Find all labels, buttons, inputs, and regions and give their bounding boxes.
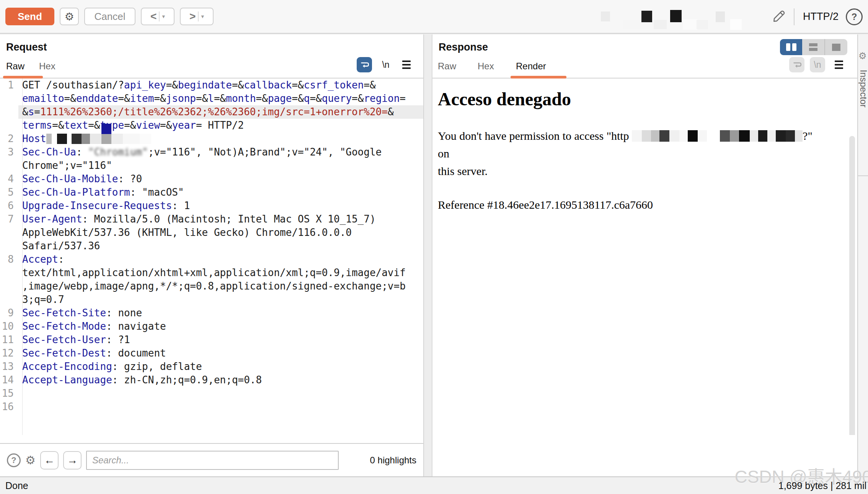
back-button[interactable]: < ▾ [141, 8, 175, 25]
send-settings-button[interactable]: ⚙ [60, 8, 79, 25]
code-token: =& [256, 93, 268, 104]
code-token: Sec-Fetch-Site [22, 307, 106, 319]
request-code-row: emailto=&enddate=&item=&jsonp=&l=&month=… [0, 92, 423, 105]
button-divider [198, 11, 199, 21]
inspector-collapsed-strip[interactable]: ⚙ Inspector [857, 34, 868, 476]
code-token: Host [22, 133, 46, 144]
redaction-block [57, 134, 67, 144]
code-token: = [34, 106, 40, 118]
edit-target-pencil-icon[interactable] [772, 9, 786, 24]
code-token: =& [160, 119, 172, 131]
response-menu-button[interactable] [831, 57, 847, 72]
code-text: text/html,application/xhtml+xml,applicat… [18, 266, 423, 280]
line-number [0, 159, 18, 172]
redaction-block [730, 19, 742, 30]
tab-request-hex[interactable]: Hex [39, 61, 55, 72]
chevron-right-icon: > [189, 10, 196, 23]
code-token: 3;q=0.7 [22, 294, 64, 305]
show-newlines-button[interactable]: \n [378, 57, 393, 72]
request-code-row: Chrome";v="116" [0, 159, 423, 172]
forward-button[interactable]: > ▾ [180, 8, 214, 25]
redaction-block [111, 134, 123, 144]
code-text: Accept-Language: zh-CN,zh;q=0.9,en;q=0.8 [18, 373, 423, 387]
url-redaction [632, 129, 803, 142]
code-token: =& [154, 93, 166, 104]
cancel-button[interactable]: Cancel [84, 8, 135, 25]
request-code-row: 2Host [0, 132, 423, 146]
code-token: Chrome";v="116" [22, 160, 112, 171]
redaction-block [720, 130, 730, 142]
redaction-block [683, 19, 697, 30]
response-render-view: Acceso denegado You don't have permissio… [432, 79, 857, 435]
code-token: item [130, 93, 154, 104]
code-token: year [172, 119, 196, 131]
tab-response-hex[interactable]: Hex [478, 61, 494, 72]
inspector-gear-icon[interactable]: ⚙ [858, 51, 867, 61]
hamburger-menu-icon [402, 61, 411, 69]
redaction-block [707, 130, 720, 142]
redaction-block [101, 124, 111, 134]
newline-icon: \n [814, 60, 821, 70]
code-token: =& [88, 119, 100, 131]
code-text: &s=1111%26%2360;/title%26%2362;%26%2360;… [18, 105, 423, 119]
code-token: =& [364, 79, 375, 91]
render-reference: Reference #18.46ee2e17.1695138117.c6a766… [438, 198, 857, 211]
show-newlines-button-disabled[interactable]: \n [810, 57, 825, 72]
toolbar-divider [794, 8, 795, 25]
chevron-down-icon[interactable]: ▾ [162, 13, 165, 20]
search-input[interactable] [86, 451, 339, 470]
layout-columns-button[interactable] [780, 39, 802, 55]
line-number: 10 [0, 320, 18, 333]
word-wrap-toggle-button-disabled[interactable] [789, 57, 804, 72]
code-token: begindate [178, 79, 232, 91]
line-number: 2 [0, 132, 18, 146]
top-toolbar: Send ⚙ Cancel < ▾ > ▾ HTTP/2 ? [0, 0, 868, 34]
code-token: : navigate [106, 321, 166, 332]
send-button[interactable]: Send [5, 8, 54, 25]
redaction-block [670, 10, 682, 22]
code-token: : none [106, 307, 142, 319]
code-token: region [364, 93, 400, 104]
request-code-row: ,image/webp,image/apng,*/*;q=0.8,applica… [0, 280, 423, 293]
code-text [18, 400, 423, 414]
code-token: s [28, 106, 34, 118]
code-token: =& [292, 93, 304, 104]
request-code-row: 4Sec-Ch-Ua-Mobile: ?0 [0, 172, 423, 186]
code-token: =& [292, 79, 303, 91]
code-text: Sec-Fetch-Dest: document [18, 347, 423, 360]
search-settings-gear-icon[interactable]: ⚙ [25, 453, 36, 467]
search-help-icon[interactable]: ? [7, 453, 21, 467]
line-number: 9 [0, 306, 18, 320]
search-next-button[interactable]: → [63, 451, 82, 469]
line-number: 16 [0, 400, 18, 414]
redaction-block [67, 134, 72, 144]
line-number: 5 [0, 186, 18, 199]
search-prev-button[interactable]: ← [40, 451, 59, 469]
tab-request-raw[interactable]: Raw [6, 61, 24, 72]
request-menu-button[interactable] [399, 57, 414, 72]
render-paragraph: You don't have permission to access "htt… [438, 127, 824, 180]
code-token: : "macOS" [130, 186, 184, 198]
request-code-row: 15 [0, 387, 423, 400]
code-token: : 1 [172, 200, 190, 211]
word-wrap-toggle-button[interactable] [357, 57, 372, 72]
code-token: Safari/537.36 [22, 240, 100, 252]
request-editor[interactable]: 1GET /southasian/?api_key=&begindate=&ca… [0, 79, 423, 435]
layout-rows-button[interactable] [802, 39, 824, 55]
code-token: = [196, 119, 208, 131]
response-scrollbar[interactable] [849, 136, 855, 435]
code-token: Upgrade-Insecure-Requests [22, 200, 172, 211]
code-token: =& [118, 93, 130, 104]
chevron-down-icon[interactable]: ▾ [201, 13, 204, 20]
layout-single-button[interactable] [825, 39, 847, 55]
tab-response-raw[interactable]: Raw [438, 61, 456, 72]
line-number [0, 119, 18, 132]
http-version-label: HTTP/2 [803, 11, 839, 23]
redaction-block [46, 134, 52, 144]
code-token: ,image/webp,image/apng,*/*;q=0.8,applica… [22, 280, 406, 292]
response-size-time: 1,699 bytes | 281 mil [778, 480, 866, 491]
request-code-row: 16 [0, 400, 423, 414]
help-icon[interactable]: ? [846, 8, 863, 25]
code-text: terms=&text=&type=&view=&year= HTTP/2 [18, 119, 423, 132]
tab-response-render[interactable]: Render [516, 61, 546, 72]
